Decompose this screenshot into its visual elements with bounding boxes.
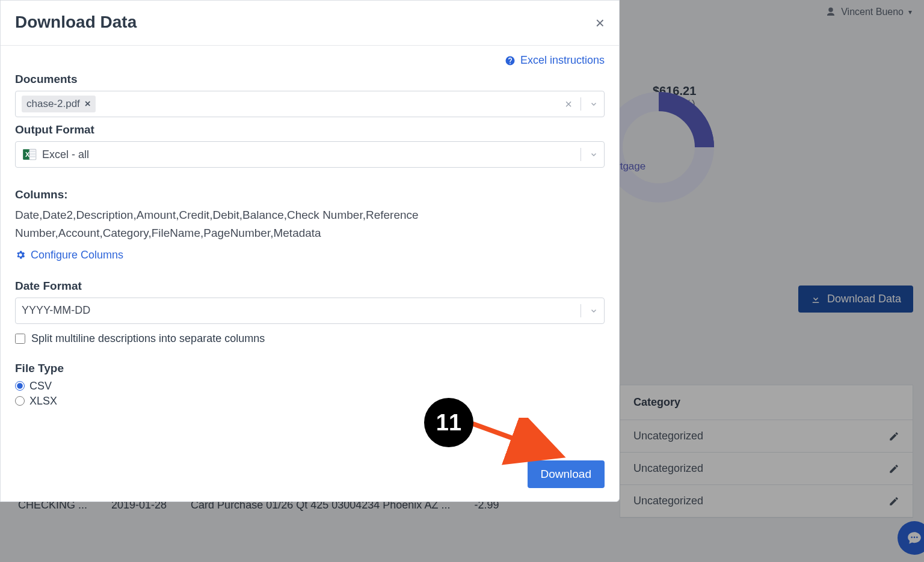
file-type-csv-radio[interactable] (15, 381, 25, 391)
step-number: 11 (436, 410, 461, 436)
configure-columns-label: Configure Columns (31, 249, 123, 261)
columns-value: Date,Date2,Description,Amount,Credit,Deb… (15, 206, 436, 243)
output-format-select[interactable]: X Excel - all (15, 141, 605, 168)
configure-columns-link[interactable]: Configure Columns (15, 249, 605, 261)
document-chip-label: chase-2.pdf (26, 98, 80, 110)
modal-header: Download Data × (1, 1, 619, 46)
clear-icon[interactable]: × (565, 97, 572, 111)
split-multiline-label: Split multiline descriptions into separa… (31, 332, 265, 345)
step-badge: 11 (424, 398, 473, 447)
close-button[interactable]: × (596, 15, 605, 31)
chevron-down-icon[interactable] (590, 100, 598, 108)
document-chip: chase-2.pdf × (22, 96, 96, 112)
output-format-value: Excel - all (42, 146, 89, 163)
chevron-down-icon[interactable] (590, 307, 598, 315)
file-type-csv-label: CSV (29, 380, 52, 392)
chip-remove-icon[interactable]: × (85, 98, 91, 110)
svg-line-10 (473, 424, 552, 453)
excel-icon: X (22, 147, 37, 162)
file-type-label: File Type (15, 362, 605, 375)
separator (581, 97, 581, 111)
annotation-arrow (468, 418, 570, 466)
separator (581, 304, 581, 317)
modal-title: Download Data (15, 13, 137, 32)
separator (581, 148, 581, 161)
date-format-label: Date Format (15, 279, 605, 293)
gear-icon (15, 249, 26, 260)
file-type-xlsx-label: XLSX (29, 395, 57, 408)
date-format-value: YYYY-MM-DD (22, 302, 90, 319)
svg-rect-8 (30, 156, 35, 157)
excel-instructions-link[interactable]: Excel instructions (505, 54, 605, 67)
date-format-select[interactable]: YYYY-MM-DD (15, 298, 605, 324)
help-icon (505, 55, 516, 66)
svg-text:X: X (25, 151, 30, 158)
download-button-label: Download (541, 468, 592, 480)
chevron-down-icon[interactable] (590, 150, 598, 159)
split-multiline-checkbox[interactable] (15, 334, 25, 344)
file-type-xlsx-radio[interactable] (15, 396, 25, 406)
svg-rect-7 (30, 153, 35, 155)
excel-instructions-label: Excel instructions (520, 54, 605, 67)
documents-label: Documents (15, 73, 605, 86)
output-format-label: Output Format (15, 123, 605, 136)
documents-select[interactable]: chase-2.pdf × × (15, 91, 605, 117)
svg-rect-6 (30, 151, 35, 153)
columns-label: Columns: (15, 188, 605, 201)
